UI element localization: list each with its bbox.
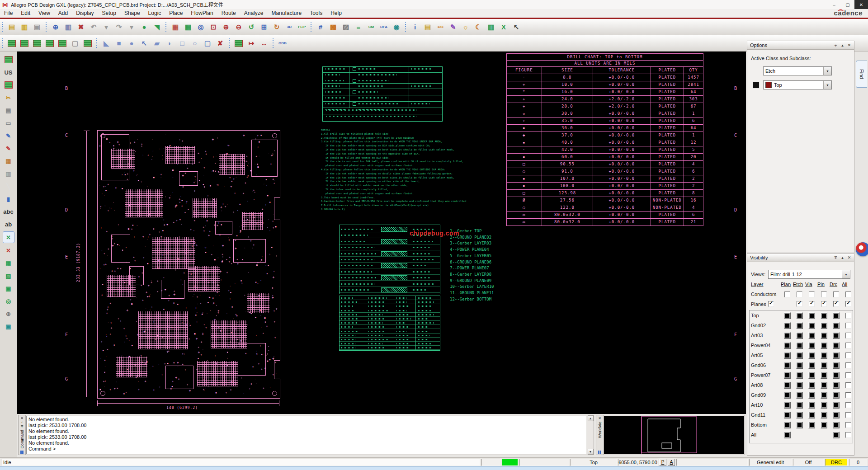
conductors-checkbox[interactable] — [797, 291, 802, 297]
color-dialog-icon[interactable]: ▩ — [327, 21, 339, 33]
undo-menu-icon[interactable]: ▾ — [100, 21, 112, 33]
layer-color-swatch[interactable] — [833, 382, 840, 389]
x-green-icon[interactable]: ✕ — [3, 231, 14, 243]
undo-icon[interactable]: ↶ — [88, 21, 99, 33]
layer-color-swatch[interactable] — [784, 352, 791, 359]
layer-color-swatch[interactable] — [784, 342, 791, 349]
layer-color-swatch[interactable] — [808, 372, 815, 379]
zoom-points-icon[interactable]: ◎ — [195, 21, 207, 33]
layer-color-swatch[interactable] — [784, 392, 791, 399]
menu-file[interactable]: File — [0, 9, 17, 18]
menu-logic[interactable]: Logic — [144, 9, 165, 18]
dfa-spreadsheet-icon[interactable]: DFA — [378, 21, 390, 33]
layer-color-swatch[interactable] — [821, 322, 827, 329]
shape-board-4-icon[interactable] — [44, 38, 56, 49]
board-view-icon[interactable] — [3, 80, 14, 90]
layer-all-checkbox[interactable] — [845, 422, 851, 428]
layer-color-swatch[interactable] — [808, 422, 815, 428]
menu-add[interactable]: Add — [54, 9, 72, 18]
planes-checkbox[interactable] — [833, 301, 839, 307]
layer-color-swatch[interactable] — [821, 342, 827, 349]
shape-board-5-icon[interactable] — [57, 38, 68, 49]
menu-edit[interactable]: Edit — [17, 9, 34, 18]
zoom-box-icon[interactable]: ⊡ — [208, 21, 219, 33]
close-icon[interactable]: ✕ — [846, 43, 852, 47]
zoom-world-icon[interactable]: ↻ — [271, 21, 283, 33]
layer-all-checkbox[interactable] — [845, 323, 851, 329]
subclass-combobox[interactable]: Top▼ — [763, 80, 832, 89]
pick-button[interactable]: P — [659, 459, 666, 466]
element-properties-icon[interactable]: ▤ — [422, 21, 434, 33]
cam-icon[interactable]: ▣ — [3, 321, 14, 332]
layer-color-swatch[interactable] — [784, 312, 791, 319]
shape-rect-outline-icon[interactable]: □ — [176, 38, 188, 49]
grid-green-icon[interactable]: ▦ — [3, 258, 14, 268]
toolbar-handle[interactable] — [1, 38, 5, 49]
shape-ellipse-outline-icon[interactable]: ○ — [189, 38, 201, 49]
redo-icon[interactable]: ↷ — [113, 21, 125, 33]
resize-handle[interactable] — [20, 451, 24, 454]
measure-icon[interactable]: 123 — [434, 21, 446, 33]
pencil-red-icon[interactable]: ✎ — [3, 143, 14, 154]
zoom-out-icon[interactable]: ⊖ — [233, 21, 245, 33]
target-icon[interactable]: ◎ — [3, 296, 14, 306]
shape-board-disabled-icon[interactable]: ▢ — [69, 38, 81, 49]
conductors-checkbox[interactable] — [821, 291, 827, 297]
menu-analyze[interactable]: Analyze — [240, 9, 268, 18]
menu-route[interactable]: Route — [217, 9, 240, 18]
layer-color-swatch[interactable] — [808, 352, 815, 359]
drc-indicator[interactable]: DRC — [825, 459, 848, 466]
shape-board-1-icon[interactable] — [6, 38, 18, 49]
dimension-linear-icon[interactable]: ↦ — [245, 38, 257, 49]
shape-corner-icon[interactable]: ◣ — [100, 38, 112, 49]
views-combobox[interactable]: Film: drill-1-12▼ — [768, 270, 850, 279]
scroll-up-icon[interactable]: ▲ — [588, 415, 594, 421]
layer-color-swatch[interactable] — [808, 392, 815, 399]
layer-color-swatch[interactable] — [796, 392, 803, 399]
collapse-icon[interactable]: ‹ — [21, 420, 23, 424]
open-file-icon[interactable]: ▥ — [19, 21, 30, 33]
highlight-icon[interactable]: ● — [138, 21, 150, 33]
delete-icon[interactable]: ✖ — [75, 21, 87, 33]
layer-all-checkbox[interactable] — [845, 362, 851, 368]
layer-all-checkbox[interactable] — [845, 412, 851, 418]
color-edit-icon[interactable]: ✎ — [447, 21, 459, 33]
layer-all-checkbox[interactable] — [845, 372, 851, 378]
menu-display[interactable]: Display — [72, 9, 98, 18]
layer-all-checkbox[interactable] — [845, 313, 851, 319]
menu-shape[interactable]: Shape — [120, 9, 144, 18]
menu-place[interactable]: Place — [165, 9, 187, 18]
copy-icon[interactable]: ▥ — [62, 21, 74, 33]
layer-color-swatch[interactable] — [796, 382, 803, 389]
shadow-mode-icon[interactable]: ▨ — [340, 21, 352, 33]
shape-arc-icon[interactable]: ◗ — [164, 38, 175, 49]
layer-color-swatch[interactable] — [821, 392, 827, 399]
grid-toggle-icon[interactable]: # — [315, 21, 326, 33]
redo-menu-icon[interactable]: ▾ — [126, 21, 137, 33]
layer-color-swatch[interactable] — [796, 402, 803, 409]
layer-color-swatch[interactable] — [796, 322, 803, 329]
layer-color-swatch[interactable] — [808, 362, 815, 369]
layer-color-swatch[interactable] — [833, 392, 840, 399]
column-link-via[interactable]: Via — [805, 282, 812, 287]
conductors-checkbox[interactable] — [809, 291, 815, 297]
delete-shape-icon[interactable]: ✘ — [214, 38, 226, 49]
conductors-checkbox[interactable] — [833, 291, 839, 297]
layer-color-swatch[interactable] — [833, 412, 840, 418]
layer-color-swatch[interactable] — [821, 372, 827, 379]
brightness-icon[interactable]: ☼ — [460, 21, 472, 33]
layer-color-swatch[interactable] — [833, 362, 840, 369]
column-link-etch[interactable]: Etch — [793, 282, 803, 287]
column-link-all[interactable]: All — [842, 282, 847, 287]
layer-color-swatch[interactable] — [784, 372, 791, 379]
shape-board-2-icon[interactable] — [19, 38, 30, 49]
layer-color-swatch[interactable] — [833, 312, 840, 319]
layer-color-swatch[interactable] — [784, 412, 791, 418]
shape-polygon-icon[interactable]: ▰ — [151, 38, 163, 49]
menu-view[interactable]: View — [34, 9, 54, 18]
layer-all-checkbox[interactable] — [845, 352, 851, 358]
color-grid-icon[interactable]: ▦ — [3, 155, 14, 166]
layer-color-swatch[interactable] — [796, 372, 803, 379]
shape-dashed-rect-icon[interactable]: ▢ — [202, 38, 213, 49]
shape-rect-filled-icon[interactable]: ■ — [113, 38, 125, 49]
